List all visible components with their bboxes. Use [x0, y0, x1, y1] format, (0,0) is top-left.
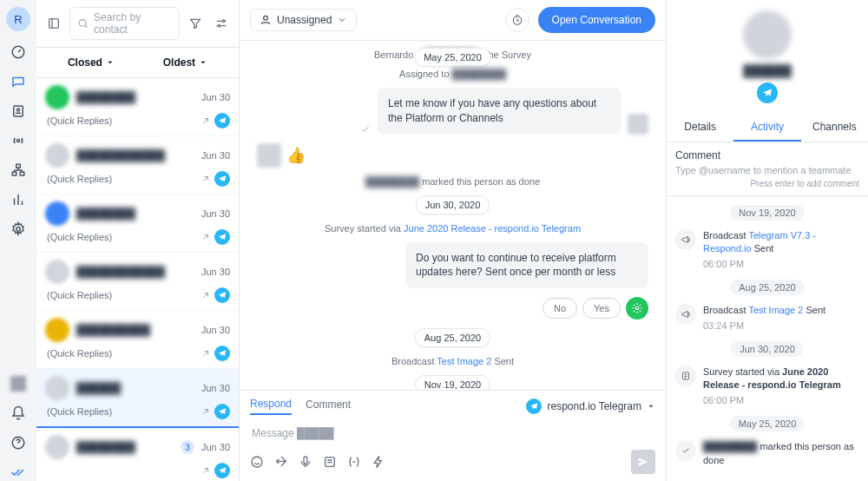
settings-icon[interactable]	[10, 221, 27, 238]
unread-badge: 3	[181, 440, 194, 454]
user-icon	[260, 14, 272, 26]
search-input[interactable]: Search by contact	[69, 7, 180, 40]
conversation-header: Unassigned Open Conversation	[240, 0, 666, 41]
filter-status[interactable]: Closed	[68, 56, 115, 69]
contact-date: Jun 30	[201, 442, 230, 452]
contact-preview: (Quick Replies)	[47, 232, 112, 242]
send-button[interactable]	[631, 450, 655, 474]
collapse-icon[interactable]	[43, 13, 64, 34]
bot-icon	[626, 297, 648, 320]
svg-point-13	[264, 16, 268, 20]
svg-point-3	[17, 140, 20, 142]
tab-channels[interactable]: Channels	[801, 114, 868, 142]
chevron-down-icon	[106, 58, 115, 67]
message-input[interactable]: Message █████	[250, 422, 655, 445]
nav-rail: R	[0, 0, 36, 481]
open-conversation-button[interactable]: Open Conversation	[538, 7, 655, 33]
contact-preview: (Quick Replies)	[47, 174, 112, 184]
conversation-panel: Unassigned Open Conversation Bernardo G█…	[240, 0, 667, 481]
attachment-icon[interactable]	[274, 455, 288, 469]
activity-feed: Nov 19, 2020Broadcast Telegram V7.3 - Re…	[667, 196, 868, 481]
user-avatar[interactable]: R	[6, 7, 30, 31]
emoji-icon[interactable]	[250, 455, 264, 469]
contact-item[interactable]: ████████ Jun 30 (Quick Replies)	[36, 194, 239, 253]
contact-preview: (Quick Replies)	[47, 406, 112, 417]
outbound-icon	[201, 290, 211, 300]
automation-icon[interactable]	[372, 455, 385, 469]
reports-icon[interactable]	[10, 191, 27, 208]
filter-icon[interactable]	[185, 13, 206, 34]
outbound-icon	[201, 406, 211, 417]
message-bubble: Do you want to continue to receive platf…	[405, 242, 648, 289]
message-out: Do you want to continue to receive platf…	[257, 242, 648, 289]
tab-respond[interactable]: Respond	[250, 398, 292, 415]
svg-point-11	[222, 20, 225, 23]
adjust-icon[interactable]	[211, 13, 232, 34]
tab-comment[interactable]: Comment	[306, 399, 351, 414]
telegram-icon	[214, 113, 230, 128]
channel-select[interactable]: respond.io Telegram	[526, 399, 655, 414]
telegram-icon	[214, 463, 230, 478]
tab-details[interactable]: Details	[667, 114, 733, 142]
contact-preview: (Quick Replies)	[47, 115, 112, 126]
contacts-icon[interactable]	[10, 102, 27, 120]
activity-item: Survey started via June 2020 Release - r…	[675, 366, 859, 407]
telegram-icon	[214, 229, 230, 245]
telegram-icon	[214, 287, 230, 303]
dashboard-icon[interactable]	[10, 43, 27, 61]
system-event: Survey started via June 2020 Release - r…	[257, 223, 648, 234]
svg-point-16	[252, 457, 262, 467]
assignee-select[interactable]: Unassigned	[250, 9, 357, 31]
contact-item[interactable]: ████████ 3 Jun 30	[36, 428, 239, 481]
profile-name: ██████	[743, 64, 791, 77]
svg-rect-9	[49, 19, 59, 29]
comment-hint: Press enter to add comment	[675, 179, 859, 188]
search-placeholder: Search by contact	[94, 11, 172, 36]
check-icon	[360, 124, 371, 135]
snooze-button[interactable]	[505, 8, 529, 32]
svg-point-15	[635, 306, 639, 310]
notifications-icon[interactable]	[10, 405, 27, 422]
voice-icon[interactable]	[299, 455, 312, 469]
quick-reply-no[interactable]: No	[542, 298, 577, 319]
telegram-icon	[214, 346, 230, 361]
reaction-row: 👍	[257, 143, 648, 168]
filter-sort[interactable]: Oldest	[163, 56, 207, 69]
quick-reply-yes[interactable]: Yes	[582, 298, 621, 319]
contact-item[interactable]: ██████████ Jun 30 (Quick Replies)	[36, 311, 239, 369]
help-icon[interactable]	[10, 434, 27, 451]
contact-avatar	[45, 260, 69, 284]
chevron-down-icon	[647, 402, 655, 411]
contact-date: Jun 30	[201, 383, 230, 393]
messages-icon[interactable]	[10, 73, 27, 90]
message-out: Let me know if you have any questions ab…	[257, 88, 648, 135]
svg-point-10	[79, 20, 86, 27]
contact-date: Jun 30	[201, 325, 230, 335]
telegram-icon	[526, 399, 542, 414]
svg-point-7	[16, 227, 21, 232]
contact-item[interactable]: ████████████ Jun 30 (Quick Replies)	[36, 253, 239, 311]
contact-avatar	[45, 201, 69, 226]
contact-item[interactable]: ████████████ Jun 30 (Quick Replies)	[36, 136, 239, 194]
outbound-icon	[201, 174, 211, 184]
app-icon[interactable]	[10, 375, 27, 392]
broadcast-icon[interactable]	[10, 132, 27, 149]
broadcast-icon	[675, 229, 696, 250]
contact-item[interactable]: ████████ Jun 30 (Quick Replies)	[36, 78, 239, 136]
workflow-icon[interactable]	[10, 161, 27, 179]
outbound-icon	[201, 348, 211, 359]
contact-date: Jun 30	[201, 92, 230, 102]
contact-name: ████████████	[76, 149, 194, 161]
telegram-icon	[757, 82, 778, 103]
tab-activity[interactable]: Activity	[733, 114, 800, 142]
done-all-icon[interactable]	[10, 464, 27, 481]
contact-name: ████████	[76, 441, 174, 453]
activity-date: May 25, 2020	[730, 416, 806, 432]
composer-tabs: Respond Comment respond.io Telegram	[250, 398, 655, 415]
contact-list: Search by contact Closed Oldest ████████…	[36, 0, 240, 481]
variable-icon[interactable]	[347, 455, 361, 469]
snippet-icon[interactable]	[323, 455, 337, 469]
message-bubble: Let me know if you have any questions ab…	[378, 88, 621, 135]
contact-item[interactable]: ██████ Jun 30 (Quick Replies)	[36, 369, 239, 428]
comment-input[interactable]: Type @username to mention a teammate	[675, 165, 859, 175]
